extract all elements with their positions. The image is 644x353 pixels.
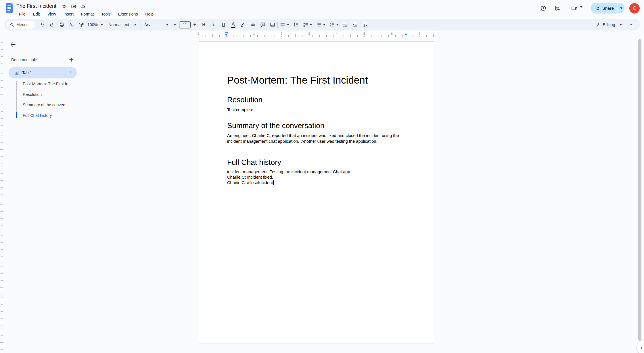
insert-link-button[interactable] [248,20,258,30]
meet-caret-icon[interactable] [580,8,587,15]
right-indent-marker[interactable] [404,34,408,36]
menu-help[interactable]: Help [143,10,156,18]
ruler-label: 1 [252,32,256,36]
star-icon[interactable] [62,4,67,9]
plus-icon [68,57,74,63]
clear-formatting-button[interactable] [360,20,370,30]
ruler-label: 7 [418,32,421,36]
account-avatar[interactable]: C [629,3,640,13]
menu-bar: File Edit View Insert Format Tools Exten… [16,10,156,18]
mode-label: Editing [603,22,615,27]
chat-line[interactable]: Charlie C: Incident fixed. [227,175,407,180]
decrease-indent-button[interactable] [340,20,350,30]
chat-line[interactable]: incident management: Testing the inciden… [227,169,407,175]
back-arrow-icon [9,41,16,48]
align-caret-icon [287,24,289,26]
undo-button[interactable] [37,20,47,30]
spell-check-button[interactable] [67,20,76,30]
ruler-label: 2 [280,32,283,36]
hide-menus-button[interactable] [626,20,636,30]
horizontal-ruler[interactable] [199,31,434,38]
insert-image-button[interactable] [268,20,277,30]
share-button[interactable]: Share [591,3,624,13]
text-cursor [273,180,274,185]
menu-edit[interactable]: Edit [30,10,43,18]
zoom-caret-icon [101,24,103,26]
text-color-button[interactable]: A [228,20,238,30]
highlight-color-button[interactable] [238,20,248,30]
zoom-select[interactable]: 100% [86,20,104,30]
tab-label: Tab 1 [22,70,32,75]
print-button[interactable] [57,20,67,30]
vertical-scrollbar[interactable] [638,39,641,341]
bold-button[interactable]: B [199,20,209,30]
menu-extensions[interactable]: Extensions [116,10,140,18]
font-caret-icon [166,24,168,26]
comments-icon[interactable] [554,5,561,12]
doc-paragraph[interactable]: Test complete [227,107,407,113]
menu-file[interactable]: File [16,10,28,18]
line-spacing-button[interactable] [291,20,301,30]
menus-search-button[interactable]: Menus [7,21,35,29]
share-caret-icon[interactable] [620,7,622,9]
outline-item-active[interactable]: Full Chat history [23,113,52,118]
doc-heading-resolution[interactable]: Resolution [227,95,407,104]
outline-item[interactable]: Post-Mortem: The First In... [23,82,72,86]
doc-title-text[interactable]: Post-Mortem: The First Incident [227,74,407,86]
app-header: The First Incident File Edit View Insert… [0,0,644,19]
increase-indent-button[interactable] [350,20,360,30]
editing-mode-select[interactable]: Editing [591,20,626,30]
search-icon [9,22,14,27]
tab-options-icon[interactable] [68,70,73,75]
menu-tools[interactable]: Tools [99,10,113,18]
redo-button[interactable] [47,20,57,30]
document-tabs-header: Document tabs [11,57,38,62]
left-indent-marker[interactable] [225,31,228,37]
share-divider [617,3,618,13]
font-value: Arial [144,22,152,27]
outline-item[interactable]: Summary of the convers... [23,103,70,107]
vertical-ruler [1,39,3,353]
font-family-select[interactable]: Arial [141,20,171,30]
style-value: Normal text [108,22,129,27]
chat-line[interactable]: Charlie C: /closeIncident [227,180,407,186]
style-caret-icon [134,24,137,26]
chevron-up-icon [628,22,634,27]
increase-font-size-button[interactable]: + [191,20,199,30]
ruler-label: 3 [307,32,311,36]
docs-logo-icon[interactable] [6,3,13,13]
tab-item-selected[interactable]: Tab 1 [9,67,77,78]
close-outline-button[interactable] [9,41,16,48]
paint-format-button[interactable] [76,20,86,30]
document-page[interactable]: Post-Mortem: The First Incident Resoluti… [199,41,434,344]
checklist-button[interactable] [301,20,314,30]
numbered-list-button[interactable] [327,20,340,30]
menu-format[interactable]: Format [78,10,96,18]
document-title[interactable]: The First Incident [16,3,56,9]
menu-insert[interactable]: Insert [61,10,76,18]
meet-video-icon[interactable] [571,5,578,12]
version-history-icon[interactable] [540,5,547,12]
menu-view[interactable]: View [45,10,59,18]
move-folder-icon[interactable] [71,4,76,9]
decrease-font-size-button[interactable]: − [171,20,179,30]
bulleted-list-button[interactable] [314,20,327,30]
add-comment-button[interactable] [258,20,268,30]
menus-label: Menus [16,22,28,27]
doc-paragraph[interactable]: An engineer, Charlie C, reported that an… [227,133,407,144]
cloud-status-icon[interactable] [80,4,85,9]
underline-button[interactable]: U [218,20,228,30]
font-size-input[interactable]: 11 [179,21,191,28]
hide-side-panel-button[interactable]: ‹ [637,340,644,353]
bulleted-list-caret-icon [323,24,325,26]
doc-chat-lines[interactable]: incident management: Testing the inciden… [227,169,407,186]
paragraph-style-select[interactable]: Normal text [104,20,141,30]
add-tab-button[interactable] [68,57,75,63]
align-button[interactable] [278,20,291,30]
italic-button[interactable]: I [209,20,218,30]
doc-heading-summary[interactable]: Summary of the conversation [227,121,407,130]
ruler-label: 6 [390,32,394,36]
ruler-label: 4 [335,32,338,36]
outline-item[interactable]: Resolution [23,92,42,97]
doc-heading-full-chat[interactable]: Full Chat history [227,158,407,167]
